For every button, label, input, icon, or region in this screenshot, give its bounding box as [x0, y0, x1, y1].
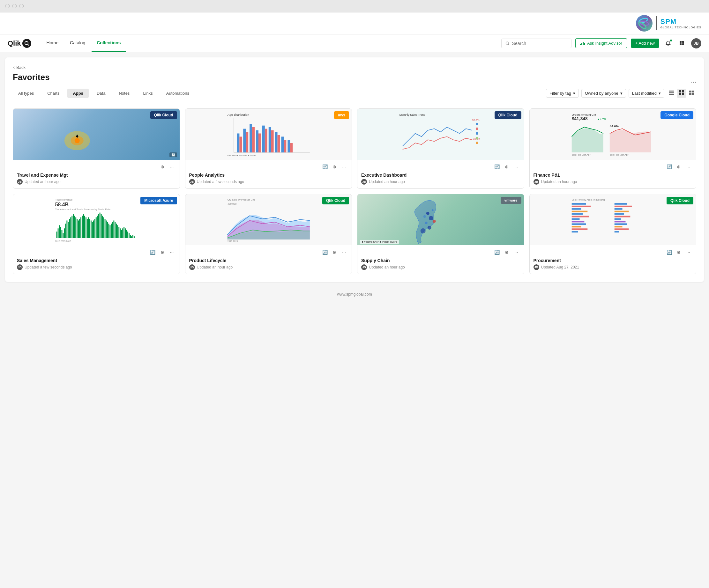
nav-home[interactable]: Home: [42, 34, 63, 52]
card-procurement[interactable]: Lost Time by Area (in Dollars): [529, 194, 697, 274]
card-meta-supply: JB Updated an hour ago: [361, 264, 520, 270]
card-title-executive: Executive Dashboard: [361, 172, 520, 177]
card-more-button-travel[interactable]: ···: [168, 163, 176, 171]
svg-rect-20: [679, 93, 681, 95]
card-refresh-product: 🔄: [321, 248, 329, 256]
user-avatar[interactable]: JB: [691, 38, 701, 49]
card-add-button-people[interactable]: ⊕: [331, 163, 338, 171]
svg-rect-119: [117, 225, 118, 238]
browser-chrome: [0, 0, 709, 12]
svg-rect-167: [614, 221, 625, 222]
browser-dot-1: [5, 4, 9, 8]
compact-view-button[interactable]: [687, 89, 696, 97]
svg-rect-101: [95, 219, 96, 238]
card-more-button-executive[interactable]: ···: [513, 163, 520, 171]
svg-rect-94: [85, 218, 86, 238]
svg-point-143: [423, 215, 426, 218]
qlik-text: Qlik: [8, 39, 21, 48]
card-avatar-finance: JB: [533, 179, 539, 185]
add-new-button[interactable]: + Add new: [631, 38, 659, 48]
search-input[interactable]: [512, 41, 567, 46]
svg-rect-152: [572, 213, 583, 215]
card-travel[interactable]: 🔄 Qlik Cloud ⊕ ··· Travel and Expense Mg…: [13, 108, 180, 189]
card-more-button-people[interactable]: ···: [340, 163, 348, 171]
card-add-button-sales[interactable]: ⊕: [159, 248, 166, 256]
svg-rect-159: [572, 231, 578, 232]
card-add-button-procurement[interactable]: ⊕: [675, 248, 683, 256]
apps-grid-button[interactable]: [677, 38, 687, 49]
card-add-button-executive[interactable]: ⊕: [503, 163, 510, 171]
owned-by-label: Owned by anyone: [585, 91, 619, 96]
card-title-people: People Analytics: [189, 172, 348, 177]
notifications-button[interactable]: [663, 38, 673, 49]
list-view-button[interactable]: [667, 89, 676, 97]
owned-by-dropdown[interactable]: Owned by anyone ▾: [581, 89, 626, 97]
browser-dot-3: [19, 4, 24, 8]
more-options-button[interactable]: ...: [691, 77, 696, 84]
card-people[interactable]: Age distribution: [185, 108, 352, 189]
card-more-button-product[interactable]: ···: [340, 248, 348, 256]
browser-dot-2: [12, 4, 17, 8]
svg-rect-125: [125, 228, 126, 238]
svg-rect-95: [87, 219, 88, 238]
filter-tab-data[interactable]: Data: [91, 89, 111, 98]
sort-by-dropdown[interactable]: Last modified ▾: [629, 89, 664, 97]
svg-rect-100: [93, 220, 94, 238]
filter-tab-automations[interactable]: Automations: [161, 89, 195, 98]
filter-tab-charts[interactable]: Charts: [42, 89, 65, 98]
svg-rect-14: [682, 44, 684, 45]
svg-rect-43: [264, 129, 267, 152]
svg-rect-40: [256, 131, 259, 153]
card-supply[interactable]: ■ # Items Short ■ # Item Overs vmware 🔄 …: [357, 194, 524, 274]
card-more-button-procurement[interactable]: ···: [684, 248, 692, 256]
svg-rect-18: [679, 90, 681, 92]
nav-collections[interactable]: Collections: [91, 34, 126, 52]
svg-point-59: [476, 137, 478, 139]
filter-tab-all-types[interactable]: All types: [13, 89, 39, 98]
card-product[interactable]: Qty Sold by Product Line 400,000 2019 20…: [185, 194, 352, 274]
card-add-button-supply[interactable]: ⊕: [503, 248, 510, 256]
card-sales[interactable]: Trade Revenue 58.4B Trade Amount and Tra…: [13, 194, 180, 274]
search-box[interactable]: [501, 38, 572, 48]
qlik-logo: Qlik: [8, 39, 31, 48]
spm-sub-text: GLOBAL TECHNOLOGIES: [660, 26, 701, 29]
card-add-button-finance[interactable]: ⊕: [675, 163, 683, 171]
card-finance[interactable]: Orders Amount CM $41,348 ▲4.7% Jan Feb M…: [529, 108, 697, 189]
card-badge-executive: Qlik Cloud: [495, 111, 521, 119]
card-more-button-sales[interactable]: ···: [168, 248, 176, 256]
svg-rect-165: [614, 216, 630, 218]
svg-rect-44: [268, 127, 271, 152]
filter-tab-links[interactable]: Links: [137, 89, 158, 98]
filter-by-tag-dropdown[interactable]: Filter by tag ▾: [546, 89, 579, 97]
card-image-product: Qty Sold by Product Line 400,000 2019 20…: [185, 194, 352, 245]
card-footer-finance: 🔄 ⊕ ··· Finance P&L JB Updated an hour a…: [530, 160, 696, 189]
filter-tab-apps[interactable]: Apps: [67, 89, 89, 98]
card-updated-executive: Updated an hour ago: [369, 179, 405, 184]
svg-text:Trade Amount and Trade Revenue: Trade Amount and Trade Revenue by Trade …: [55, 208, 111, 211]
svg-rect-49: [284, 140, 286, 152]
filter-tab-notes[interactable]: Notes: [113, 89, 135, 98]
grid-view-button[interactable]: [677, 89, 686, 98]
svg-rect-92: [83, 214, 84, 238]
breadcrumb[interactable]: < Back: [13, 65, 696, 70]
footer: www.spmglobal.com: [0, 287, 709, 302]
card-meta-product: JB Updated an hour ago: [189, 264, 348, 270]
insight-advisor-button[interactable]: Ask Insight Advisor: [575, 38, 627, 48]
card-more-button-supply[interactable]: ···: [513, 248, 520, 256]
card-add-button-product[interactable]: ⊕: [331, 248, 338, 256]
filter-right: Filter by tag ▾ Owned by anyone ▾ Last m…: [546, 89, 696, 98]
card-meta-people: JB Updated a few seconds ago: [189, 179, 348, 185]
card-executive[interactable]: Monthly Sales Trend 58.6% -15.8%: [357, 108, 524, 189]
card-avatar-supply: JB: [361, 264, 367, 270]
card-add-button-travel[interactable]: ⊕: [159, 163, 166, 171]
svg-text:Lost Time by Area (in Dollars): Lost Time by Area (in Dollars): [572, 198, 605, 201]
svg-rect-10: [584, 43, 585, 45]
svg-rect-121: [120, 228, 121, 238]
svg-rect-115: [112, 222, 113, 238]
nav-catalog[interactable]: Catalog: [65, 34, 90, 52]
card-more-button-finance[interactable]: ···: [684, 163, 692, 171]
insight-icon: [580, 41, 585, 45]
svg-rect-164: [614, 213, 624, 215]
svg-text:44.6%: 44.6%: [609, 124, 619, 128]
card-footer-top-executive: 🔄 ⊕ ···: [361, 163, 520, 171]
